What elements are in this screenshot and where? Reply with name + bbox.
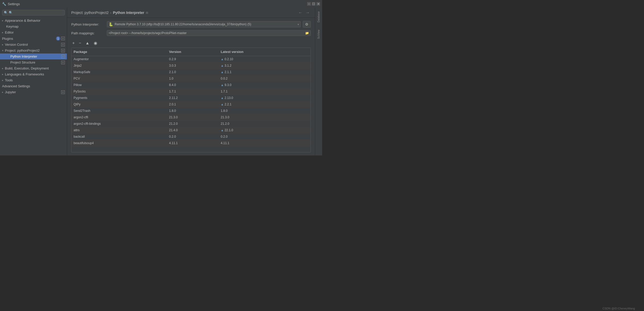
package-version: 3.0.3 bbox=[167, 63, 219, 68]
upgrade-arrow-icon: ▲ bbox=[221, 83, 224, 87]
package-latest-version: ▲22.1.0 bbox=[219, 128, 311, 133]
sidebar-item-tools[interactable]: ▸Tools bbox=[0, 77, 67, 83]
database-panel-icon[interactable]: Database bbox=[317, 10, 321, 24]
table-row[interactable]: beautifulsoup44.11.14.11.1 bbox=[71, 140, 311, 146]
col-header-latest: Latest version bbox=[219, 49, 311, 55]
sync-icon: ⊟ bbox=[61, 90, 65, 94]
package-latest-version: ▲2.13.0 bbox=[219, 95, 311, 100]
table-row[interactable]: Pygments2.11.2▲2.13.0 bbox=[71, 95, 311, 101]
sidebar-item-python-interpreter[interactable]: Python Interpreter⊟ bbox=[0, 53, 67, 59]
upgrade-arrow-icon: ▲ bbox=[221, 103, 224, 106]
package-latest-version: 1.7.1 bbox=[219, 89, 311, 94]
table-row[interactable]: Pillow8.4.0▲9.3.0 bbox=[71, 82, 311, 88]
sync-icon: ⊟ bbox=[61, 49, 65, 52]
sidebar-item-label: Python Interpreter bbox=[10, 55, 60, 58]
table-row[interactable]: Send2Trash1.8.01.8.0 bbox=[71, 108, 311, 114]
package-name: beautifulsoup4 bbox=[71, 141, 167, 146]
window-controls[interactable]: − ☐ ✕ bbox=[307, 2, 320, 6]
package-name: attrs bbox=[71, 128, 167, 133]
search-box[interactable]: 🔍 bbox=[2, 10, 65, 15]
sidebar-item-appearance[interactable]: ▸Appearance & Behavior bbox=[0, 18, 67, 24]
minimize-button[interactable]: − bbox=[307, 2, 311, 6]
sidebar-item-languages[interactable]: ▸Languages & Frameworks bbox=[0, 71, 67, 77]
table-row[interactable]: backcall0.2.00.2.0 bbox=[71, 134, 311, 140]
sidebar-item-advanced-settings[interactable]: Advanced Settings bbox=[0, 83, 67, 89]
sidebar-item-label: Languages & Frameworks bbox=[5, 72, 65, 76]
package-version: 2.11.2 bbox=[167, 95, 219, 100]
package-name: Send2Trash bbox=[71, 108, 167, 113]
right-panel: Database SciView bbox=[315, 8, 322, 156]
package-version: 8.4.0 bbox=[167, 82, 219, 88]
sidebar-item-label: Tools bbox=[5, 78, 65, 82]
breadcrumb-current: Python Interpreter bbox=[113, 11, 144, 15]
sidebar-item-version-control[interactable]: ▸Version Control⊟ bbox=[0, 42, 67, 48]
sidebar-item-build-execution[interactable]: ▸Build, Execution, Deployment bbox=[0, 65, 67, 71]
package-name: Augmentor bbox=[71, 57, 167, 62]
window-title: Settings bbox=[8, 2, 20, 6]
path-label: Path mappings: bbox=[71, 31, 105, 35]
table-toolbar: + − ▲ ◉ bbox=[71, 38, 311, 48]
close-button[interactable]: ✕ bbox=[316, 2, 320, 6]
upgrade-arrow-icon: ▲ bbox=[221, 128, 224, 132]
sync-icon: ⊟ bbox=[61, 37, 65, 40]
interpreter-row: Python Interpreter: 🐍 Remote Python 3.7.… bbox=[71, 21, 311, 28]
sciview-panel-icon[interactable]: SciView bbox=[317, 29, 321, 40]
maximize-button[interactable]: ☐ bbox=[312, 2, 315, 6]
package-version: 0.2.0 bbox=[167, 134, 219, 139]
chevron-icon: ▸ bbox=[2, 43, 3, 46]
sidebar-item-label: Appearance & Behavior bbox=[5, 19, 65, 22]
sidebar-item-jupyter[interactable]: ▸Jupyter⊟ bbox=[0, 89, 67, 95]
chevron-icon: ▾ bbox=[2, 49, 3, 52]
sidebar-item-label: Keymap bbox=[6, 25, 65, 28]
badge: 1 bbox=[56, 36, 60, 41]
table-row[interactable]: Jinja23.0.3▲3.1.2 bbox=[71, 63, 311, 69]
interpreter-selector[interactable]: 🐍 Remote Python 3.7.10 (sftp://ls@10.185… bbox=[107, 21, 301, 27]
title-bar: 🔧 Settings − ☐ ✕ bbox=[0, 0, 322, 8]
search-input[interactable] bbox=[9, 11, 63, 14]
chevron-icon: ▸ bbox=[2, 67, 3, 70]
path-input[interactable]: <Project root>→/home/ls/projects/wgc/Pro… bbox=[107, 30, 311, 36]
interpreter-value: Remote Python 3.7.10 (sftp://ls@10.185.1… bbox=[115, 22, 296, 26]
table-row[interactable]: attrs21.4.0▲22.1.0 bbox=[71, 127, 311, 134]
package-latest-version: 4.11.1 bbox=[219, 141, 311, 146]
package-latest-version: ▲2.1.1 bbox=[219, 69, 311, 75]
sidebar-item-project[interactable]: ▾Project: pythonProject2⊟ bbox=[0, 48, 67, 53]
show-all-button[interactable]: ◉ bbox=[93, 40, 98, 46]
sidebar-item-project-structure[interactable]: Project Structure⊟ bbox=[0, 59, 67, 65]
folder-icon: 📁 bbox=[305, 31, 309, 35]
sync-icon: ⊟ bbox=[61, 43, 65, 46]
package-name: MarkupSafe bbox=[71, 69, 167, 75]
upgrade-package-button[interactable]: ▲ bbox=[84, 40, 91, 46]
search-icon: 🔍 bbox=[4, 11, 8, 14]
path-value: <Project root>→/home/ls/projects/wgc/Pro… bbox=[109, 31, 187, 35]
forward-button[interactable]: → bbox=[305, 10, 311, 15]
col-header-version: Version bbox=[167, 49, 219, 55]
table-row[interactable]: PCV1.00.0.2 bbox=[71, 75, 311, 82]
table-row[interactable]: argon2-cffi21.3.021.3.0 bbox=[71, 114, 311, 121]
table-row[interactable]: argon2-cffi-bindings21.2.021.2.0 bbox=[71, 121, 311, 127]
table-row[interactable]: Augmentor0.2.9▲0.2.10 bbox=[71, 56, 311, 63]
sidebar-item-keymap[interactable]: Keymap bbox=[0, 24, 67, 29]
sidebar-item-label: Plugins bbox=[2, 37, 55, 41]
sidebar-item-label: Jupyter bbox=[5, 90, 60, 94]
breadcrumb-icon: ⊟ bbox=[146, 11, 148, 14]
package-latest-version: ▲9.3.0 bbox=[219, 82, 311, 88]
add-package-button[interactable]: + bbox=[71, 40, 76, 46]
sidebar-item-plugins[interactable]: Plugins1⊟ bbox=[0, 35, 67, 42]
chevron-icon: ▸ bbox=[2, 91, 3, 94]
table-row[interactable]: QtPy2.0.1▲2.2.1 bbox=[71, 101, 311, 108]
gear-button[interactable]: ⚙ bbox=[303, 21, 311, 28]
table-row[interactable]: PySocks1.7.11.7.1 bbox=[71, 88, 311, 95]
chevron-icon: ▸ bbox=[2, 79, 3, 82]
table-row[interactable]: MarkupSafe2.1.0▲2.1.1 bbox=[71, 69, 311, 75]
remove-package-button[interactable]: − bbox=[78, 40, 82, 46]
package-version: 1.8.0 bbox=[167, 108, 219, 113]
interpreter-label: Python Interpreter: bbox=[71, 22, 105, 26]
app-icon: 🔧 bbox=[2, 2, 6, 6]
back-button[interactable]: ← bbox=[297, 10, 304, 15]
breadcrumb-separator: › bbox=[110, 11, 112, 15]
breadcrumb: Project: pythonProject2 › Python Interpr… bbox=[71, 11, 148, 15]
sidebar-item-label: Project Structure bbox=[10, 60, 60, 64]
chevron-icon: ▸ bbox=[2, 31, 3, 34]
sidebar-item-editor[interactable]: ▸Editor bbox=[0, 29, 67, 35]
